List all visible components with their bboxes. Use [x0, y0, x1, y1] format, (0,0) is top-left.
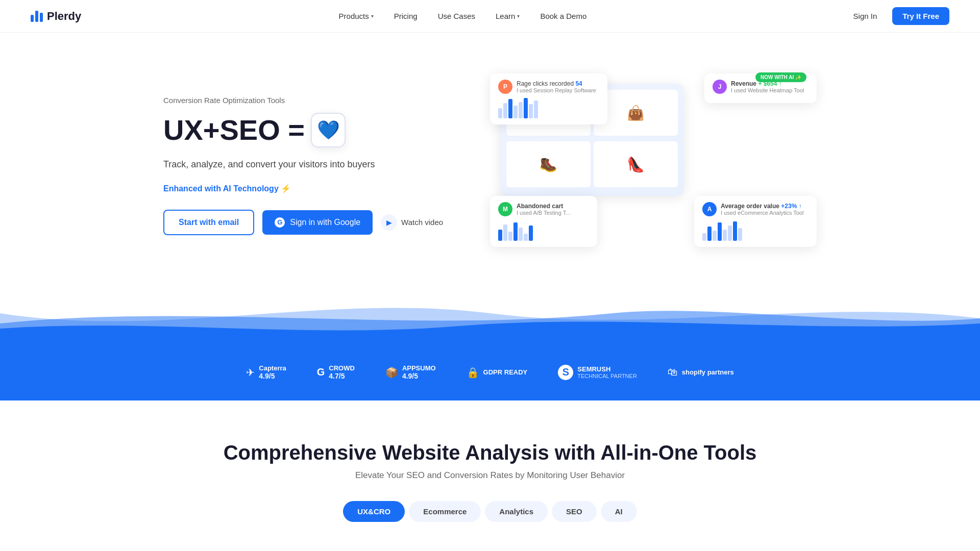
tab-seo[interactable]: SEO: [552, 501, 597, 522]
partners-section: ✈ Capterra 4.9/5 G CROWD 4.7/5 📦 APPSUMO…: [0, 344, 980, 400]
capterra-name: Capterra: [259, 364, 286, 372]
section3: UX&CRO: [0, 542, 980, 551]
avg-order-card: A Average order value +23% ↑ I used eCom…: [694, 196, 817, 247]
revenue-sub: I used Website Heatmap Tool: [731, 87, 804, 93]
bar: [508, 99, 512, 118]
logo-bar-3: [40, 13, 43, 22]
logo-icon: [31, 11, 43, 22]
abandoned-cart-card: M Abandoned cart I used A/B Testing T...: [490, 196, 597, 247]
tab-ai[interactable]: AI: [601, 501, 637, 522]
avg-order-sub: I used eCommerce Analytics Tool: [721, 210, 803, 216]
appsumo-score: 4.9/5: [402, 372, 436, 380]
chevron-down-icon: ▾: [517, 13, 520, 19]
avatar-revenue: J: [713, 80, 727, 94]
wave-section: ✈ Capterra 4.9/5 G CROWD 4.7/5 📦 APPSUMO…: [0, 293, 980, 400]
rage-sub: I used Session Replay Software: [517, 87, 596, 93]
partner-capterra: ✈ Capterra 4.9/5: [246, 364, 286, 380]
avg-order-arrow: ↑: [799, 203, 802, 210]
play-icon: ▶: [381, 214, 397, 231]
rage-mini-graph: [498, 98, 599, 118]
logo-text: Plerdy: [47, 10, 81, 23]
wave-svg: [0, 293, 980, 344]
abandoned-title: Abandoned cart: [517, 203, 570, 210]
navbar: Plerdy Products ▾ Pricing Use Cases Lear…: [0, 0, 980, 33]
gdpr-icon: 🔒: [467, 366, 479, 379]
nav-actions: Sign In Try It Free: [844, 7, 949, 25]
card-user-abandoned: M Abandoned cart I used A/B Testing T...: [498, 202, 589, 216]
nav-use-cases[interactable]: Use Cases: [430, 8, 483, 24]
rage-clicks-card: P Rage clicks recorded 54 I used Session…: [490, 73, 607, 124]
heart-box: 💙: [311, 113, 346, 147]
chevron-down-icon: ▾: [371, 13, 374, 19]
hero-left: Conversion Rate Optimization Tools UX+SE…: [163, 96, 449, 235]
tabs-row: UX&CRO Ecommerce Analytics SEO AI: [31, 501, 949, 522]
rage-count: 54: [575, 80, 582, 87]
tab-ecommerce[interactable]: Ecommerce: [409, 501, 481, 522]
wave-decoration: [0, 293, 980, 344]
shopify-label: shopify partners: [682, 368, 734, 376]
section2: Comprehensive Website Analysis with All-…: [0, 400, 980, 542]
google-signin-button[interactable]: G Sign in with Google: [262, 210, 373, 235]
bag-icon: 👜: [627, 105, 645, 121]
crowd-score: 4.7/5: [329, 372, 355, 380]
bar: [503, 103, 507, 118]
shopify-icon: 🛍: [668, 366, 678, 378]
tab-uxcro[interactable]: UX&CRO: [343, 501, 405, 522]
bar: [524, 98, 528, 118]
hero-subtitle: Conversion Rate Optimization Tools: [163, 96, 449, 105]
crowd-name: CROWD: [329, 364, 355, 372]
rage-title: Rage clicks recorded 54: [517, 80, 596, 87]
semrush-name: SEMRUSH: [577, 365, 637, 373]
logo-bar-2: [35, 11, 38, 22]
gdpr-label: GDPR READY: [483, 368, 528, 376]
tab-analytics[interactable]: Analytics: [485, 501, 548, 522]
capterra-icon: ✈: [246, 366, 255, 379]
card-user-rage: P Rage clicks recorded 54 I used Session…: [498, 80, 599, 94]
section2-subheading: Elevate Your SEO and Conversion Rates by…: [31, 470, 949, 481]
partners-row: ✈ Capterra 4.9/5 G CROWD 4.7/5 📦 APPSUMO…: [31, 364, 949, 380]
nav-pricing[interactable]: Pricing: [386, 8, 426, 24]
abandoned-graph: [498, 220, 589, 241]
try-free-button[interactable]: Try It Free: [892, 7, 949, 25]
nav-products[interactable]: Products ▾: [331, 8, 382, 24]
bar: [513, 106, 518, 118]
ai-badge: Enhanced with AI Technology ⚡: [163, 184, 449, 193]
avg-graph: [702, 220, 808, 241]
hero-buttons: Start with email G Sign in with Google ▶…: [163, 210, 449, 235]
appsumo-name: APPSUMO: [402, 364, 436, 372]
partner-gdpr: 🔒 GDPR READY: [467, 366, 528, 379]
bar: [498, 108, 502, 118]
screenshot-thumb-4: 👠: [594, 141, 678, 187]
section2-heading: Comprehensive Website Analysis with All-…: [31, 441, 949, 464]
bar: [529, 104, 533, 118]
partner-crowd: G CROWD 4.7/5: [317, 364, 355, 380]
avg-order-title: Average order value +23% ↑: [721, 203, 803, 210]
logo-bar-1: [31, 15, 34, 22]
avatar-rage: P: [498, 80, 512, 94]
nav-learn[interactable]: Learn ▾: [487, 8, 528, 24]
hero-description: Track, analyze, and convert your visitor…: [163, 158, 449, 171]
sign-in-button[interactable]: Sign In: [844, 8, 887, 24]
partner-shopify: 🛍 shopify partners: [668, 366, 734, 378]
logo-link[interactable]: Plerdy: [31, 10, 81, 23]
nav-book-demo[interactable]: Book a Demo: [532, 8, 595, 24]
partner-semrush: S SEMRUSH TECHNICAL PARTNER: [558, 365, 637, 380]
appsumo-icon: 📦: [385, 366, 398, 379]
screenshot-thumb-3: 🥾: [506, 141, 591, 187]
avg-order-amount: +23%: [781, 203, 797, 210]
avatar-avg: A: [702, 202, 717, 216]
watch-video-button[interactable]: ▶ Watch video: [381, 210, 443, 235]
start-email-button[interactable]: Start with email: [163, 210, 254, 235]
hero-section: Conversion Rate Optimization Tools UX+SE…: [0, 33, 980, 283]
card-user-avg: A Average order value +23% ↑ I used eCom…: [702, 202, 808, 216]
google-logo-icon: G: [275, 217, 285, 228]
sneaker-icon: 👠: [627, 156, 645, 173]
heart-icon: 💙: [317, 120, 340, 140]
hero-container: Conversion Rate Optimization Tools UX+SE…: [133, 38, 847, 283]
avatar-abandoned: M: [498, 202, 512, 216]
hero-headline: UX+SEO = 💙: [163, 113, 449, 147]
semrush-label: TECHNICAL PARTNER: [577, 373, 637, 379]
hero-right: NOW WITH AI ✨ 👟 👜 🥾 👠: [490, 68, 817, 262]
partner-appsumo: 📦 APPSUMO 4.9/5: [385, 364, 436, 380]
capterra-score: 4.9/5: [259, 372, 286, 380]
